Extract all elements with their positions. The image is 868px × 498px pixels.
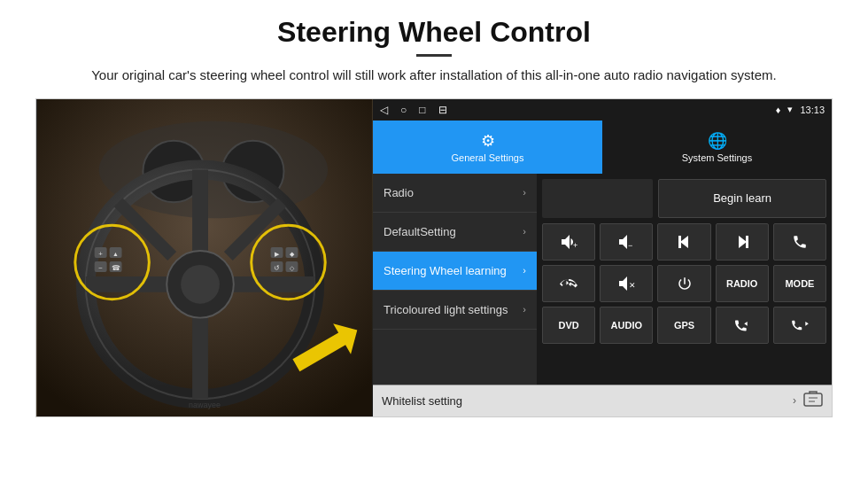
status-bar-right: ♦ ▾ 13:13 [776, 104, 825, 115]
mute-button[interactable]: ✕ [600, 265, 653, 302]
next-track-button[interactable] [716, 223, 769, 261]
svg-rect-43 [804, 393, 822, 406]
right-controls: Begin learn + − [537, 174, 832, 385]
left-menu: Radio › DefaultSetting › Steering Wheel … [373, 174, 537, 385]
hang-up-button[interactable] [542, 265, 595, 302]
svg-text:✕: ✕ [629, 281, 636, 290]
tab-system[interactable]: 🌐 System Settings [602, 121, 832, 174]
svg-text:−: − [628, 241, 632, 250]
begin-learn-button[interactable]: Begin learn [658, 179, 826, 218]
menu-item-radio[interactable]: Radio › [373, 174, 537, 213]
tel-prev-button[interactable] [716, 307, 769, 344]
audio-button[interactable]: AUDIO [600, 307, 653, 344]
status-bar: ◁ ○ □ ⊟ ♦ ▾ 13:13 [373, 99, 832, 121]
svg-text:▲: ▲ [112, 251, 119, 257]
svg-text:nawayee: nawayee [189, 401, 221, 409]
gps-button[interactable]: GPS [657, 307, 710, 344]
controls-row-3: DVD AUDIO GPS [542, 307, 826, 344]
svg-point-13 [181, 264, 220, 303]
svg-marker-38 [739, 236, 747, 248]
svg-marker-42 [805, 322, 809, 326]
svg-rect-39 [746, 236, 748, 248]
title-divider [416, 54, 452, 57]
chevron-right-icon: › [523, 304, 526, 315]
page-title: Steering Wheel Control [277, 16, 591, 49]
tel-next-button[interactable] [773, 307, 826, 344]
wifi-icon: ▾ [787, 104, 793, 115]
main-content: + ▲ − ☎ ▶ ◆ ↺ ◇ nawayee [35, 98, 833, 417]
location-icon: ♦ [776, 105, 781, 115]
power-button[interactable] [657, 265, 710, 302]
whitelist-chevron-icon[interactable]: › [793, 394, 796, 407]
tab-bar: ⚙ General Settings 🌐 System Settings [373, 121, 832, 174]
menu-radio-label: Radio [384, 186, 414, 199]
controls-row-2: ✕ RADIO MODE [542, 265, 826, 302]
whitelist-icon[interactable] [803, 390, 823, 412]
prev-track-button[interactable] [657, 223, 710, 261]
chevron-right-icon: › [523, 265, 526, 276]
controls-grid: + − [542, 223, 826, 344]
tab-general[interactable]: ⚙ General Settings [373, 121, 602, 174]
svg-rect-37 [678, 236, 681, 248]
home-icon[interactable]: ○ [400, 104, 407, 116]
vol-up-button[interactable]: + [542, 223, 595, 261]
status-time: 13:13 [800, 105, 825, 115]
chevron-right-icon: › [523, 187, 526, 198]
radio-mode-button[interactable]: RADIO [716, 265, 769, 302]
svg-text:−: − [98, 263, 103, 271]
whitelist-bar: Whitelist setting › [373, 385, 832, 416]
menu-default-label: DefaultSetting [384, 225, 456, 238]
vol-down-button[interactable]: − [600, 223, 653, 261]
menu-item-steering[interactable]: Steering Wheel learning › [373, 252, 537, 291]
android-panel: ◁ ○ □ ⊟ ♦ ▾ 13:13 ⚙ General Settings [373, 99, 832, 416]
mode-button[interactable]: MODE [773, 265, 826, 302]
system-settings-icon: 🌐 [708, 131, 727, 151]
chevron-right-icon: › [523, 226, 526, 237]
svg-marker-36 [680, 236, 688, 248]
begin-learn-row: Begin learn [542, 179, 826, 218]
page-subtitle: Your original car's steering wheel contr… [91, 66, 777, 86]
whitelist-label: Whitelist setting [382, 394, 786, 408]
general-settings-icon: ⚙ [481, 131, 495, 151]
menu-item-tricoloured[interactable]: Tricoloured light settings › [373, 291, 537, 330]
main-area: Radio › DefaultSetting › Steering Wheel … [373, 174, 832, 385]
phone-button[interactable] [773, 223, 826, 261]
blank-box [542, 179, 653, 218]
menu-item-default[interactable]: DefaultSetting › [373, 213, 537, 252]
status-bar-nav: ◁ ○ □ ⊟ [380, 104, 447, 116]
dvd-button[interactable]: DVD [542, 307, 595, 344]
svg-text:+: + [573, 241, 577, 250]
recents-icon[interactable]: □ [419, 104, 425, 116]
svg-text:☎: ☎ [112, 263, 120, 271]
menu-icon[interactable]: ⊟ [438, 104, 447, 116]
svg-text:+: + [98, 250, 103, 258]
menu-tricoloured-label: Tricoloured light settings [384, 303, 508, 316]
svg-marker-41 [744, 322, 748, 326]
steering-photo: + ▲ − ☎ ▶ ◆ ↺ ◇ nawayee [36, 99, 373, 416]
back-icon[interactable]: ◁ [380, 104, 388, 116]
controls-row-1: + − [542, 223, 826, 261]
page-container: Steering Wheel Control Your original car… [0, 0, 868, 498]
menu-steering-label: Steering Wheel learning [384, 264, 507, 277]
svg-text:↺: ↺ [274, 263, 280, 271]
